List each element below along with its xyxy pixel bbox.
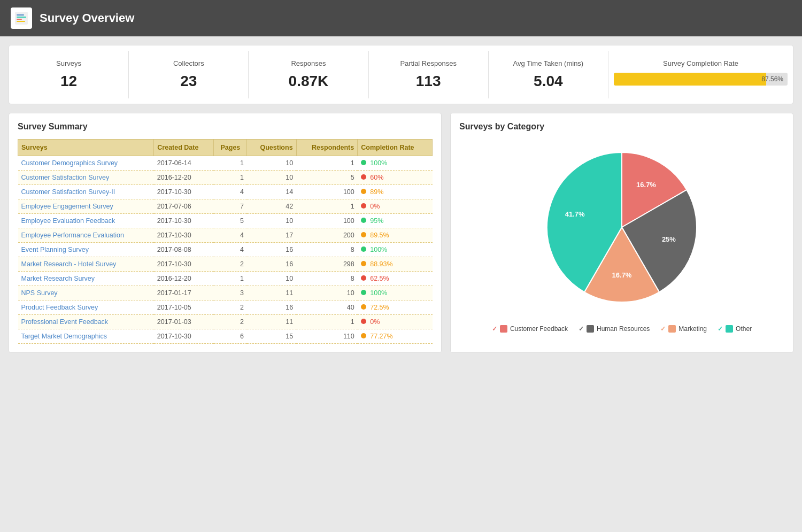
table-row: Customer Satisfaction Survey-II 2017-10-… [18,185,433,199]
row-respondents: 298 [296,257,358,272]
table-row: Employee Performance Evaluation 2017-10-… [18,228,433,243]
row-name[interactable]: Employee Engagement Survey [18,199,154,214]
app-container: Survey Overview Surveys 12 Collectors 23… [0,0,802,361]
completion-dot [361,333,366,338]
completion-rate: 89.5% [370,232,389,239]
category-title: Surveys by Category [459,122,784,132]
legend-check: ✓ [660,325,666,333]
stat-partial-value: 113 [374,73,483,90]
row-completion: 89.5% [358,228,433,243]
legend-item: ✓Customer Feedback [492,325,568,333]
row-name[interactable]: Event Planning Survey [18,243,154,257]
stat-collectors-value: 23 [134,73,243,90]
row-respondents: 5 [296,171,358,185]
row-respondents: 40 [296,300,358,315]
row-pages: 5 [214,214,247,228]
table-row: Product Feedback Survey 2017-10-05 2 16 … [18,300,433,315]
svg-rect-4 [17,21,25,22]
stats-row: Surveys 12 Collectors 23 Responses 0.87K… [9,45,793,104]
row-date: 2017-10-30 [154,214,214,228]
stat-surveys-value: 12 [14,73,123,90]
row-pages: 1 [214,171,247,185]
row-name[interactable]: Customer Satisfaction Survey [18,171,154,185]
completion-dot [361,160,366,165]
row-questions: 10 [247,156,296,171]
row-pages: 1 [214,272,247,286]
row-name[interactable]: Customer Satisfaction Survey-II [18,185,154,199]
completion-rate: 62.5% [370,275,389,282]
row-name[interactable]: Professional Event Feedback [18,315,154,329]
row-name[interactable]: Product Feedback Survey [18,300,154,315]
row-questions: 11 [247,286,296,300]
row-pages: 2 [214,315,247,329]
row-pages: 1 [214,156,247,171]
stat-collectors-label: Collectors [134,59,243,67]
legend-item: ✓Marketing [660,325,707,333]
completion-dot [361,203,366,209]
row-name[interactable]: Employee Evaluation Feedback [18,214,154,228]
row-date: 2017-10-30 [154,228,214,243]
row-completion: 62.5% [358,272,433,286]
row-respondents: 8 [296,272,358,286]
stat-collectors: Collectors 23 [129,51,249,98]
col-surveys: Surveys [18,140,154,156]
row-questions: 10 [247,171,296,185]
row-completion: 0% [358,199,433,214]
row-completion: 88.93% [358,257,433,272]
row-pages: 6 [214,329,247,344]
table-row: Employee Engagement Survey 2017-07-06 7 … [18,199,433,214]
row-date: 2017-10-05 [154,300,214,315]
row-date: 2017-07-06 [154,199,214,214]
legend-label: Other [736,325,752,333]
row-pages: 2 [214,300,247,315]
row-name[interactable]: Customer Demographics Survey [18,156,154,171]
row-name[interactable]: NPS Survey [18,286,154,300]
row-respondents: 8 [296,243,358,257]
row-name[interactable]: Target Market Demographics [18,329,154,344]
completion-rate: 100% [370,159,387,167]
row-pages: 7 [214,199,247,214]
row-completion: 95% [358,214,433,228]
row-completion: 100% [358,243,433,257]
row-pages: 4 [214,185,247,199]
row-respondents: 110 [296,329,358,344]
table-row: Market Research Survey 2016-12-20 1 10 8… [18,272,433,286]
completion-dot [361,246,366,252]
svg-rect-3 [17,19,22,20]
summary-title: Survey Summary [18,122,433,132]
stat-responses-label: Responses [254,59,363,67]
row-date: 2017-01-03 [154,315,214,329]
bottom-row: Survey Summary Surveys Created Date Page… [9,113,793,353]
table-row: NPS Survey 2017-01-17 3 11 10 100% [18,286,433,300]
completion-dot [361,218,366,223]
completion-rate: 95% [370,217,383,225]
row-questions: 16 [247,243,296,257]
pie-label: 41.7% [565,210,585,218]
legend-item: ✓Other [718,325,752,333]
legend-label: Marketing [678,325,707,333]
legend-label: Human Resources [597,325,650,333]
completion-dot [361,232,366,237]
stat-avgtime-label: Avg Time Taken (mins) [494,59,603,67]
completion-rate: 100% [370,246,387,253]
row-questions: 16 [247,257,296,272]
col-respondents: Respondents [296,140,358,156]
header-title: Survey Overview [40,11,134,25]
row-date: 2017-01-17 [154,286,214,300]
row-name[interactable]: Market Research - Hotel Survey [18,257,154,272]
table-row: Customer Demographics Survey 2017-06-14 … [18,156,433,171]
table-row: Market Research - Hotel Survey 2017-10-3… [18,257,433,272]
row-date: 2017-08-08 [154,243,214,257]
col-completion: Completion Rate [358,140,433,156]
table-row: Event Planning Survey 2017-08-08 4 16 8 … [18,243,433,257]
row-respondents: 1 [296,315,358,329]
row-name[interactable]: Market Research Survey [18,272,154,286]
row-completion: 100% [358,286,433,300]
legend-label: Customer Feedback [510,325,568,333]
completion-dot [361,275,366,281]
completion-dot [361,174,366,180]
row-name[interactable]: Employee Performance Evaluation [18,228,154,243]
pie-legend: ✓Customer Feedback✓Human Resources✓Marke… [492,325,752,333]
stat-responses-value: 0.87K [254,73,363,90]
legend-swatch [668,325,676,333]
